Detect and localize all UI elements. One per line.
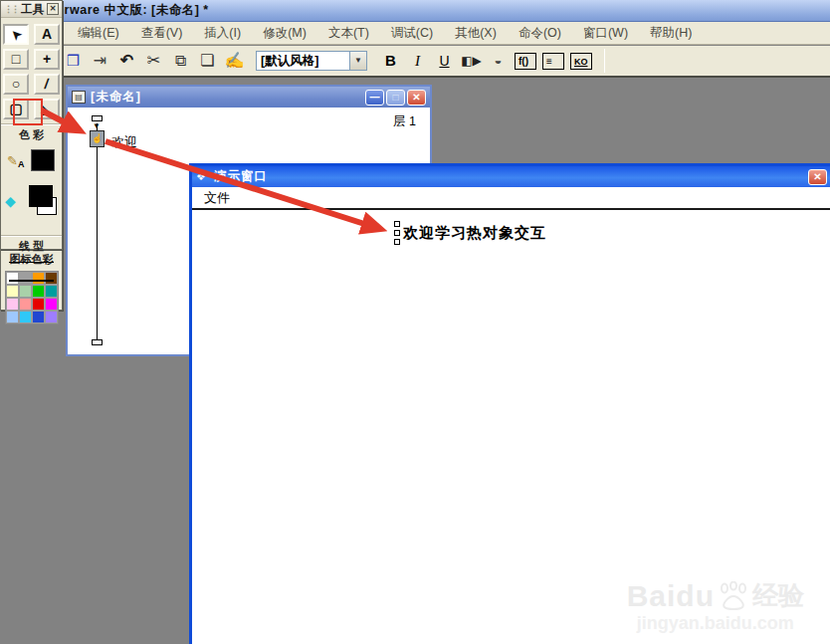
palette-grip-icon: ⋮⋮ [4,4,18,14]
color-swatch[interactable] [6,285,19,298]
presentation-file-menu[interactable]: 文件 [204,189,230,207]
menu-item[interactable]: 命令(O) [508,22,572,45]
foreground-color-swatch[interactable] [31,149,55,171]
tool-palette: ⋮⋮ 工具 ✕ ➤A□+○/▢◺ 色 彩 ✎ A ◆ 线 型 [0,0,63,250]
color-swatch[interactable] [6,298,19,311]
line-type-medium[interactable] [9,280,54,282]
diagonal-line-tool[interactable]: / [34,74,60,95]
close-button[interactable]: ✕ [407,90,426,106]
color-swatch[interactable] [6,311,19,323]
baidu-paw-icon [717,581,750,611]
palette-close-icon[interactable]: ✕ [47,3,59,15]
fill-color-swatch[interactable] [29,185,53,207]
watermark-brand-cn: 经验 [752,578,804,613]
flowline-icon-label[interactable]: 欢迎 [111,133,137,151]
text-color-icon: A [18,159,25,169]
menu-item[interactable]: 修改(M) [252,22,317,45]
layer-label: 层 1 [393,113,416,130]
pointer-tool[interactable]: ➤ [3,24,29,45]
presentation-titlebar[interactable]: ❖ 演示窗口 ✕ [192,166,830,187]
copy-icon[interactable]: ⧉ [167,49,194,73]
import-icon[interactable]: ⇥ [87,49,113,73]
style-dropdown-value: [默认风格] [257,52,349,70]
baidu-jingyan-watermark: Baidu 经验 jingyan.baidu.com [627,578,804,634]
selection-handle[interactable] [394,239,400,245]
presentation-menubar: 文件 [192,187,830,210]
color-section-label: 色 彩 [1,124,62,142]
selection-handle[interactable] [394,221,400,227]
cut-icon[interactable]: ✂ [140,49,167,73]
tool-palette-title: 工具 [21,2,44,17]
menu-item[interactable]: 窗口(W) [572,22,639,45]
line-type-thin[interactable] [9,262,54,263]
selection-handle[interactable] [394,230,400,236]
color-swatch[interactable] [32,285,45,298]
menu-item[interactable]: 文本(T) [317,22,380,45]
maximize-button[interactable]: □ [386,90,405,106]
presentation-window-title: 演示窗口 [214,168,268,185]
menu-item[interactable]: 编辑(E) [67,22,130,45]
underline-button[interactable]: U [431,49,458,73]
dropdown-arrow-icon[interactable]: ▼ [349,52,366,70]
menu-item[interactable]: 插入(I) [193,22,252,45]
line-type-list [1,254,62,282]
line-tool[interactable]: + [34,49,60,70]
line-section-label: 线 型 [1,236,62,254]
color-swatch[interactable] [19,285,32,298]
rectangle-tool[interactable]: □ [3,49,29,70]
presentation-window: ❖ 演示窗口 ✕ 文件 欢迎学习热对象交互 [189,163,830,644]
rounded-rect-tool[interactable]: ▢ [3,99,29,119]
italic-button[interactable]: I [404,49,431,73]
menu-item[interactable]: 调试(C) [380,22,444,45]
presentation-window-icon: ❖ [196,170,211,183]
flowline-display-icon[interactable]: ☝ [90,130,104,147]
welcome-text[interactable]: 欢迎学习热对象交互 [403,224,546,243]
flowline [97,123,98,344]
color-swatch[interactable] [45,298,58,311]
menu-item[interactable]: 帮助(H) [639,22,703,45]
watermark-url: jingyan.baidu.com [627,613,804,634]
run-icon[interactable]: ◧▶ [458,49,485,73]
save-package-icon[interactable]: ❒ [60,49,87,73]
color-swatch[interactable] [32,311,45,323]
flowline-end-marker [92,339,103,345]
bold-button[interactable]: B [377,49,404,73]
functions-icon[interactable]: f() [515,53,536,70]
undo-icon[interactable]: ↶ [113,49,140,73]
design-window-title: [未命名] [91,89,141,106]
color-swatch[interactable] [45,311,58,323]
knowledge-objects-icon[interactable]: KO [570,53,592,70]
minimize-button[interactable]: — [365,90,384,106]
pen-color-icon: ✎ [7,153,18,168]
watermark-brand: Baidu [627,579,715,613]
color-swatch-area: ✎ A ◆ [1,145,62,231]
main-toolbar: ▯▱❒⇥↶✂⧉❏✍ [默认风格] ▼ BIU◧▶◒ f()≡KO [0,46,830,78]
style-dropdown[interactable]: [默认风格] ▼ [256,51,367,71]
color-swatch[interactable] [19,298,32,311]
color-swatch[interactable] [45,285,58,298]
apply-style-icon[interactable]: ✍ [221,49,248,73]
control-panel-icon[interactable]: ◒ [485,49,512,73]
tool-palette-header[interactable]: ⋮⋮ 工具 ✕ [1,1,62,18]
color-swatch[interactable] [19,311,32,323]
app-titlebar: Authorware 中文版: [未命名] * [0,0,830,22]
flowline-start-arrow-icon: ▼ [93,121,101,130]
design-window-titlebar[interactable]: ▤ [未命名] —□✕ [68,87,430,107]
ellipse-tool[interactable]: ○ [3,74,29,95]
design-window-icon: ▤ [72,91,86,104]
menu-item[interactable]: 其他(X) [444,22,508,45]
color-swatch[interactable] [32,298,45,311]
variables-icon[interactable]: ≡ [542,53,564,70]
fill-bucket-icon: ◆ [5,193,16,209]
polygon-tool[interactable]: ◺ [34,99,60,119]
presentation-close-button[interactable]: ✕ [808,169,827,185]
authorware-application: Authorware 中文版: [未命名] * 文件(F)编辑(E)查看(V)插… [0,0,830,644]
menu-item[interactable]: 查看(V) [130,22,194,45]
text-tool[interactable]: A [34,24,60,45]
menu-bar: 文件(F)编辑(E)查看(V)插入(I)修改(M)文本(T)调试(C)其他(X)… [0,22,830,45]
paste-icon[interactable]: ❏ [194,49,221,73]
toolbar-separator [604,49,605,73]
